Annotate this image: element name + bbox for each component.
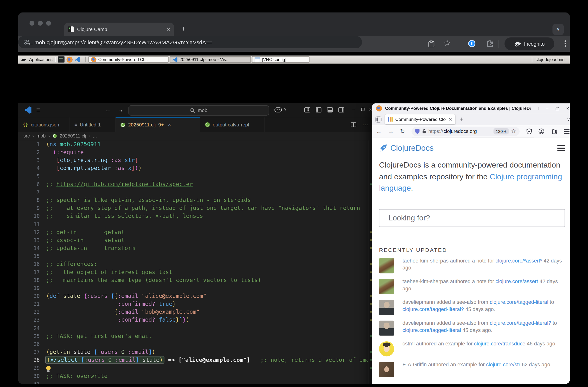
extensions-puzzle-icon[interactable]	[551, 128, 557, 134]
code-line: 13;; assoc-in setval	[18, 236, 368, 244]
nav-back-icon[interactable]: ←	[105, 106, 111, 113]
code-line: 19	[18, 284, 368, 292]
firefox-view-icon[interactable]	[375, 116, 382, 123]
maximize-window-button[interactable]	[46, 21, 51, 25]
firefox-menu-icon[interactable]	[564, 129, 570, 134]
window-maximize-icon[interactable]: ▢	[555, 106, 559, 111]
taskbar-divider	[55, 57, 56, 62]
list-tabs-chevron-icon[interactable]: ∨	[567, 116, 570, 122]
avatar[interactable]	[379, 362, 394, 377]
toggle-secondary-sidebar-icon[interactable]	[338, 107, 344, 113]
chrome-tab-clojure-camp[interactable]: Clojure Camp ×	[64, 23, 174, 36]
tab-close-icon[interactable]: ✕	[448, 116, 452, 122]
nav-forward-icon[interactable]: →	[117, 106, 123, 113]
window-minimize-icon[interactable]: –	[352, 105, 355, 112]
media-clipboard-icon[interactable]	[428, 40, 435, 48]
tab-close-icon[interactable]: ×	[168, 122, 171, 128]
feed-link[interactable]: clojure.core/tagged-literal	[402, 327, 461, 333]
zoom-level-badge[interactable]: 130%	[493, 128, 509, 134]
window-maximize-icon[interactable]: ▢	[361, 106, 365, 111]
feed-link[interactable]: clojure.core/tagged-literal?	[490, 320, 551, 326]
docs-search-input[interactable]	[379, 209, 565, 227]
back-icon[interactable]: ←	[376, 128, 382, 134]
tab-citations-json[interactable]: {} citations.json	[18, 117, 70, 132]
toggle-sidebar-icon[interactable]	[316, 107, 322, 113]
avatar[interactable]	[379, 321, 394, 336]
account-icon[interactable]	[538, 128, 544, 134]
tracking-shield-icon[interactable]	[415, 128, 420, 134]
taskbar-window-vscode[interactable]: 20250911.clj - mob - Vis...	[170, 56, 251, 63]
tab-close-icon[interactable]: ×	[167, 27, 170, 32]
feed-link[interactable]: clojure.core/tagged-literal?	[402, 307, 464, 312]
toggle-panel-icon[interactable]	[327, 107, 333, 113]
menu-hamburger-icon[interactable]: ≡	[36, 106, 40, 114]
forward-icon[interactable]: →	[44, 39, 51, 47]
avatar[interactable]	[379, 300, 394, 315]
reload-icon[interactable]: ↻	[62, 39, 67, 48]
url-bar[interactable]: https:// clojuredocs.org 130% ☆	[411, 127, 519, 136]
forward-icon[interactable]: →	[388, 128, 394, 134]
split-editor-icon[interactable]	[351, 122, 357, 127]
back-icon[interactable]: ←	[27, 39, 34, 47]
breadcrumb[interactable]: src› mob› 20250911.clj› ...	[23, 133, 97, 138]
vscode-launcher-icon[interactable]	[74, 57, 80, 62]
feed-link[interactable]: clojure.core/assert	[496, 279, 538, 284]
lightbulb-icon[interactable]	[46, 366, 51, 371]
tab-20250911-clj[interactable]: 20250911.clj 9+ ×	[116, 117, 200, 132]
avatar[interactable]	[379, 279, 394, 294]
bookmark-star-icon[interactable]: ☆	[444, 39, 451, 48]
close-window-button[interactable]	[30, 21, 34, 25]
avatar[interactable]	[379, 341, 394, 356]
code-line: 29	[18, 364, 368, 372]
tab-untitled-1[interactable]: ≡ Untitled-1	[70, 117, 116, 132]
clojuredocs-logo[interactable]: ClojureDocs	[379, 143, 434, 153]
code-line: 16;; differences:	[18, 260, 368, 268]
clojure-file-icon	[120, 122, 125, 127]
window-minimize-icon[interactable]: –	[546, 106, 548, 111]
command-center-search[interactable]: mob	[128, 105, 269, 115]
feed-link[interactable]: clojure.core/str	[486, 362, 520, 368]
bookmark-star-icon[interactable]: ☆	[511, 128, 516, 135]
tab-search-chevron-icon[interactable]: ∨	[552, 24, 564, 35]
json-icon: {}	[23, 122, 28, 127]
firefox-launcher-icon[interactable]	[66, 57, 72, 62]
customize-layout-icon[interactable]	[304, 107, 310, 113]
code-line: 5	[18, 172, 368, 180]
code-line: 7	[18, 189, 368, 196]
applications-menu[interactable]: Applications	[21, 57, 52, 62]
window-close-icon[interactable]: ×	[369, 106, 372, 113]
clojure-camp-favicon	[68, 26, 74, 32]
tab-output-calva-repl[interactable]: output.calva-repl	[200, 117, 264, 132]
copilot-icon[interactable]	[274, 107, 282, 113]
address-bar[interactable]: mob.clojure.camp/#/client/Q2xvanVyZSBDYW…	[18, 36, 362, 48]
copilot-chevron-icon[interactable]: ∨	[284, 107, 287, 111]
firefox-icon	[376, 105, 382, 111]
window-close-icon[interactable]: ✕	[566, 106, 569, 111]
firefox-window: Community-Powered Clojure Documentation …	[372, 103, 570, 384]
taskbar-divider	[85, 57, 86, 62]
code-editor[interactable]: 1(ns mob.202509112 (:require3 [clojure.s…	[18, 140, 368, 384]
shield-check-icon[interactable]	[526, 128, 532, 134]
extensions-puzzle-icon[interactable]	[486, 40, 493, 47]
new-tab-button[interactable]: +	[181, 25, 186, 33]
firefox-tab-clojuredocs[interactable]: Community-Powered Clo ✕	[385, 115, 455, 124]
taskbar-window-vnc-config[interactable]: [VNC config]	[252, 56, 310, 63]
code-line: 30;; TASK: overwrite	[18, 372, 368, 380]
feed-link[interactable]: clojure.core/*assert*	[496, 258, 542, 264]
reload-icon[interactable]: ↻	[400, 128, 405, 135]
terminal-launcher-icon[interactable]	[58, 56, 64, 63]
minimize-window-button[interactable]	[38, 21, 42, 25]
taskbar-window-firefox[interactable]: Community-Powered Cl...	[88, 56, 169, 63]
url-scheme: https://	[428, 128, 443, 134]
window-ontop-icon[interactable]: ↑	[537, 106, 539, 111]
new-tab-button[interactable]: +	[460, 116, 464, 123]
more-actions-icon[interactable]: ···	[362, 122, 369, 128]
feed-link[interactable]: clojure.core/transduce	[474, 341, 525, 347]
onepassword-extension-icon[interactable]	[468, 40, 475, 47]
chrome-menu-icon[interactable]	[565, 40, 566, 48]
feed-link[interactable]: clojure.core/tagged-literal	[490, 299, 548, 305]
code-lines: 1(ns mob.202509112 (:require3 [clojure.s…	[18, 140, 368, 384]
page-menu-icon[interactable]	[557, 145, 565, 152]
avatar[interactable]	[379, 258, 394, 273]
incognito-label: Incognito	[524, 41, 545, 47]
